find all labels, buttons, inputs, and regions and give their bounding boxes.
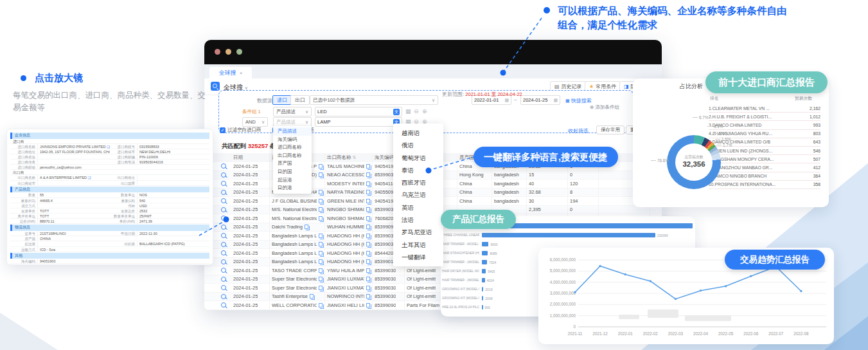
copy-icon[interactable] bbox=[319, 190, 323, 194]
copy-icon[interactable] bbox=[319, 216, 323, 221]
magnifier-icon[interactable] bbox=[221, 233, 226, 238]
copy-icon[interactable] bbox=[366, 268, 370, 273]
magnifier-icon[interactable] bbox=[221, 302, 226, 308]
copy-icon[interactable] bbox=[366, 234, 370, 238]
magnifier-icon[interactable] bbox=[221, 181, 226, 186]
company-link-icon[interactable]: ❏ bbox=[88, 176, 91, 180]
language-menu-item[interactable]: 一键翻译 bbox=[393, 251, 443, 263]
language-menu-item[interactable]: 西班牙语 bbox=[393, 176, 443, 189]
field-select-1[interactable]: 产品描述∨ bbox=[273, 107, 312, 116]
copy-icon[interactable] bbox=[366, 259, 370, 264]
language-menu-item[interactable]: 罗马尼亚语 bbox=[393, 226, 443, 238]
copy-icon[interactable] bbox=[366, 294, 370, 299]
keyword-input-2[interactable]: LAMP文 bbox=[315, 117, 402, 127]
copy-icon[interactable] bbox=[319, 251, 323, 255]
magnifier-icon[interactable] bbox=[221, 198, 226, 203]
importer-rank-row[interactable]: 6.CHIEN LUEN IND (ZHONGS...546 bbox=[709, 147, 820, 155]
quick-date-link[interactable]: ▦ 快捷搜索 bbox=[565, 97, 592, 104]
add-condition-icon[interactable]: ⊕ bbox=[422, 108, 427, 115]
field-menu-item[interactable]: 原产国 bbox=[273, 160, 312, 168]
add-condition-group[interactable]: ⊕ 添加条件组 bbox=[590, 104, 619, 111]
copy-icon[interactable] bbox=[319, 234, 323, 238]
copy-icon[interactable] bbox=[366, 207, 370, 212]
copy-icon[interactable] bbox=[366, 164, 370, 169]
copy-icon[interactable] bbox=[319, 286, 323, 290]
magnifier-icon[interactable] bbox=[221, 250, 226, 255]
field-menu-item[interactable]: 目的国 bbox=[273, 168, 312, 176]
save-common-button[interactable]: 保存常用 bbox=[596, 125, 624, 134]
copy-icon[interactable] bbox=[319, 199, 323, 203]
collapse-filters-link[interactable]: 收起筛选 bbox=[568, 127, 589, 134]
magnifier-icon[interactable] bbox=[221, 225, 226, 230]
magnifier-icon[interactable] bbox=[221, 190, 226, 195]
copy-icon[interactable] bbox=[319, 303, 323, 308]
copy-icon[interactable] bbox=[366, 172, 370, 177]
filter-blank-importer-checkbox[interactable]: ✓过滤空白进口商 bbox=[220, 127, 261, 133]
keyword-input-1[interactable]: LED文 bbox=[315, 107, 402, 116]
importer-rank-row[interactable]: 10.PROSPACE INTERNATIONA...358 bbox=[709, 181, 820, 189]
copy-icon[interactable] bbox=[366, 242, 370, 246]
copy-icon[interactable] bbox=[366, 190, 370, 194]
language-menu-item[interactable]: 法语 bbox=[393, 214, 443, 226]
magnifier-icon[interactable] bbox=[221, 259, 226, 264]
translate-icon[interactable]: 文 bbox=[393, 109, 400, 115]
date-to-input[interactable]: 2024-01-25▦ bbox=[520, 95, 560, 105]
magnifier-icon[interactable] bbox=[221, 207, 226, 212]
copy-icon[interactable] bbox=[366, 225, 370, 229]
magnifier-icon[interactable] bbox=[221, 216, 226, 221]
copy-icon[interactable] bbox=[366, 181, 370, 186]
copy-icon[interactable] bbox=[366, 199, 370, 203]
field-menu-item[interactable]: 起运港 bbox=[273, 176, 312, 185]
copy-icon[interactable] bbox=[319, 242, 323, 246]
tab-global-search[interactable]: 全球搜 × bbox=[209, 67, 252, 78]
export-toggle[interactable]: 出口 bbox=[290, 95, 310, 105]
copy-icon[interactable] bbox=[319, 164, 323, 169]
language-menu-item[interactable]: 英语 bbox=[393, 201, 443, 214]
remove-condition-icon[interactable]: ⊖ bbox=[414, 108, 419, 115]
logic-select[interactable]: AND∨ bbox=[242, 117, 268, 127]
importer-rank-row[interactable]: 7.TANGSHAN MONOPY CERA...507 bbox=[709, 155, 820, 163]
language-menu-item[interactable]: 乌克兰语 bbox=[393, 189, 443, 201]
importer-rank-row[interactable]: 2.H.U.B. FREIGHT & LOGISTI...1,012 bbox=[709, 113, 820, 121]
copy-icon[interactable] bbox=[319, 259, 323, 264]
copy-icon[interactable] bbox=[366, 277, 370, 281]
magnifier-icon[interactable] bbox=[221, 285, 226, 290]
importer-rank-row[interactable]: 3.DAMCO CHINA LIMITED993 bbox=[709, 121, 820, 129]
language-menu-item[interactable]: 俄语 bbox=[393, 139, 443, 151]
copy-icon[interactable] bbox=[366, 303, 370, 308]
magnifier-icon[interactable] bbox=[221, 294, 226, 299]
language-menu-item[interactable]: 越南语 bbox=[393, 127, 443, 139]
field-menu-item[interactable]: 目的港 bbox=[273, 184, 312, 192]
field-menu-item[interactable]: 出口商名称 bbox=[273, 152, 312, 160]
column-header[interactable] bbox=[216, 153, 231, 162]
copy-icon[interactable] bbox=[366, 251, 370, 255]
field-select-2[interactable]: 产品描述∨ bbox=[273, 117, 312, 127]
magnifier-icon[interactable] bbox=[221, 163, 226, 169]
maximize-window-icon[interactable] bbox=[236, 49, 242, 55]
copy-icon[interactable] bbox=[366, 286, 370, 290]
list-icon[interactable]: ▦ bbox=[405, 108, 411, 115]
copy-icon[interactable] bbox=[305, 225, 308, 229]
copy-icon[interactable] bbox=[319, 172, 323, 177]
language-menu-item[interactable]: 土耳其语 bbox=[393, 239, 443, 251]
magnifier-icon[interactable] bbox=[221, 277, 226, 282]
copy-icon[interactable] bbox=[310, 294, 314, 299]
minimize-window-icon[interactable] bbox=[226, 49, 231, 55]
copy-icon[interactable] bbox=[319, 277, 323, 281]
column-header[interactable]: 出口商名称⇅ bbox=[325, 153, 373, 162]
field-menu-item[interactable]: 进口商名称 bbox=[273, 143, 312, 152]
language-menu-item[interactable]: 泰语 bbox=[393, 164, 443, 176]
copy-icon[interactable] bbox=[319, 268, 323, 273]
importer-rank-row[interactable]: 1.CLEARWATER METAL VN ...2,162 bbox=[709, 104, 820, 113]
language-menu-item[interactable]: 葡萄牙语 bbox=[393, 152, 443, 164]
sort-icon[interactable]: ⇅ bbox=[353, 155, 357, 160]
importer-rank-row[interactable]: 8.GUANGZHOU WANBAO GR...412 bbox=[709, 163, 820, 172]
tab-close-icon[interactable]: × bbox=[240, 70, 243, 76]
column-header[interactable]: 日期 bbox=[231, 153, 270, 162]
magnifier-icon[interactable] bbox=[221, 172, 226, 178]
magnifier-icon[interactable] bbox=[221, 268, 226, 273]
importer-rank-row[interactable]: 9.DAMCO NINGBO BRANCH364 bbox=[709, 172, 820, 181]
dataset-select[interactable]: 已选中102个数据源∨ bbox=[310, 95, 438, 105]
field-menu-item[interactable]: 海关编码 bbox=[273, 136, 312, 144]
copy-icon[interactable] bbox=[319, 207, 323, 212]
